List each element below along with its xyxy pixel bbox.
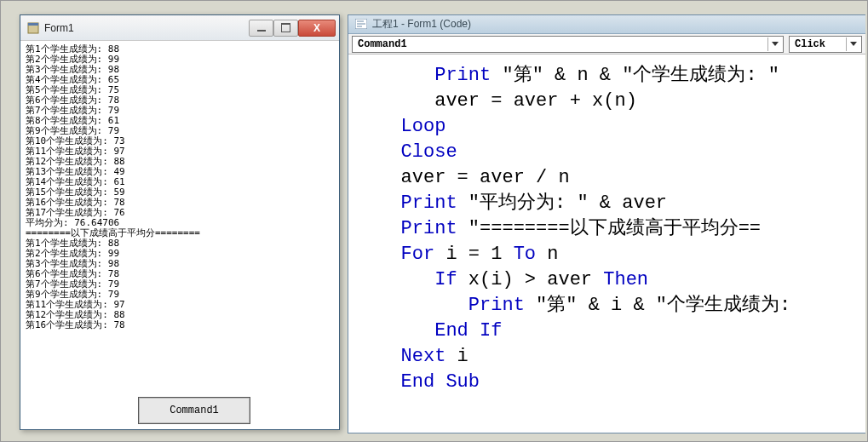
object-dropdown[interactable]: Command1 [352, 36, 784, 53]
minimize-button[interactable] [249, 20, 273, 37]
svg-rect-1 [28, 23, 38, 26]
code-line: Loop [367, 114, 859, 140]
code-editor[interactable]: Print "第" & n & "个学生成绩为: " aver = aver +… [348, 55, 865, 402]
code-line: Print "========以下成绩高于平均分== [367, 216, 859, 242]
window-buttons: X [249, 20, 336, 37]
code-window: 工程1 - Form1 (Code) Command1 Click Print … [348, 14, 865, 433]
code-line: Print "第" & i & "个学生成绩为: [367, 293, 859, 319]
code-toolbar: Command1 Click [348, 34, 865, 55]
code-line: Print "第" & n & "个学生成绩为: " [367, 63, 859, 89]
form1-window: Form1 X 第1个学生成绩为: 88第2个学生成绩为: 99第3个学生成绩为… [20, 14, 340, 430]
maximize-button[interactable] [273, 20, 298, 37]
form1-output: 第1个学生成绩为: 88第2个学生成绩为: 99第3个学生成绩为: 98第4个学… [26, 44, 334, 330]
output-line: 第16个学生成绩为: 78 [26, 320, 334, 330]
object-dropdown-value: Command1 [358, 38, 407, 50]
code-titlebar[interactable]: 工程1 - Form1 (Code) [348, 15, 865, 34]
close-button[interactable]: X [298, 20, 336, 37]
form1-titlebar[interactable]: Form1 X [20, 15, 339, 41]
form1-body: 第1个学生成绩为: 88第2个学生成绩为: 99第3个学生成绩为: 98第4个学… [20, 41, 339, 429]
code-line: aver = aver + x(n) [367, 89, 859, 114]
code-line: aver = aver / n [367, 165, 859, 191]
code-line: Print "平均分为: " & aver [367, 191, 859, 216]
code-line: Close [367, 140, 859, 165]
procedure-dropdown[interactable]: Click [789, 36, 862, 53]
code-window-title: 工程1 - Form1 (Code) [372, 17, 471, 32]
chevron-down-icon [846, 37, 859, 51]
code-line: End If [367, 319, 859, 344]
code-window-icon [355, 17, 367, 32]
code-line: End Sub [367, 370, 859, 395]
form-icon [27, 22, 39, 34]
command1-button[interactable]: Command1 [138, 397, 250, 424]
code-line: If x(i) > aver Then [367, 267, 859, 293]
form1-title: Form1 [44, 22, 249, 34]
procedure-dropdown-value: Click [795, 38, 825, 50]
code-line: For i = 1 To n [367, 242, 859, 267]
code-line: Next i [367, 344, 859, 370]
chevron-down-icon [767, 37, 781, 51]
